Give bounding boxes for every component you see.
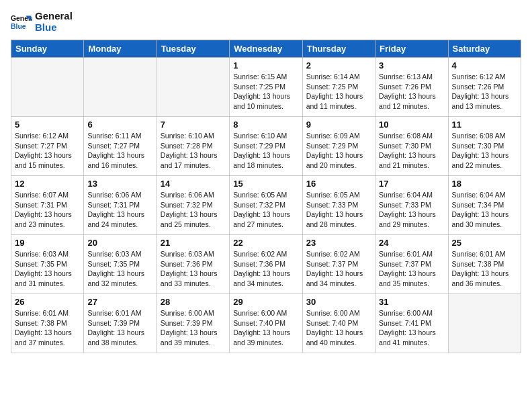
- calendar-cell: [448, 294, 521, 353]
- day-number: 14: [161, 179, 226, 189]
- calendar-cell: 23Sunrise: 6:02 AMSunset: 7:37 PMDayligh…: [302, 235, 375, 294]
- day-info: Sunrise: 6:10 AMSunset: 7:28 PMDaylight:…: [161, 131, 226, 171]
- calendar-cell: 31Sunrise: 6:00 AMSunset: 7:41 PMDayligh…: [375, 294, 448, 353]
- calendar-cell: 3Sunrise: 6:13 AMSunset: 7:26 PMDaylight…: [375, 58, 448, 117]
- calendar-cell: 2Sunrise: 6:14 AMSunset: 7:25 PMDaylight…: [302, 58, 375, 117]
- calendar-cell: 7Sunrise: 6:10 AMSunset: 7:28 PMDaylight…: [157, 117, 229, 176]
- day-number: 27: [87, 297, 152, 307]
- calendar-cell: 15Sunrise: 6:05 AMSunset: 7:32 PMDayligh…: [230, 176, 302, 235]
- day-number: 5: [15, 120, 80, 130]
- day-info: Sunrise: 6:00 AMSunset: 7:40 PMDaylight:…: [306, 308, 371, 348]
- day-number: 4: [452, 60, 517, 71]
- day-number: 2: [306, 60, 371, 71]
- day-info: Sunrise: 6:03 AMSunset: 7:36 PMDaylight:…: [161, 249, 226, 289]
- day-info: Sunrise: 6:07 AMSunset: 7:31 PMDaylight:…: [15, 190, 80, 230]
- day-info: Sunrise: 6:14 AMSunset: 7:25 PMDaylight:…: [306, 72, 371, 111]
- calendar-cell: 19Sunrise: 6:03 AMSunset: 7:35 PMDayligh…: [11, 235, 84, 294]
- day-info: Sunrise: 6:03 AMSunset: 7:35 PMDaylight:…: [15, 249, 80, 289]
- calendar-cell: [11, 58, 84, 117]
- day-info: Sunrise: 6:10 AMSunset: 7:29 PMDaylight:…: [233, 131, 298, 171]
- day-info: Sunrise: 6:13 AMSunset: 7:26 PMDaylight:…: [379, 72, 444, 111]
- day-number: 3: [379, 60, 444, 71]
- week-row-1: 1Sunrise: 6:15 AMSunset: 7:25 PMDaylight…: [11, 58, 521, 117]
- week-row-4: 19Sunrise: 6:03 AMSunset: 7:35 PMDayligh…: [11, 235, 521, 294]
- weekday-header-monday: Monday: [84, 40, 157, 58]
- day-number: 6: [87, 120, 152, 130]
- calendar-cell: 20Sunrise: 6:03 AMSunset: 7:35 PMDayligh…: [84, 235, 157, 294]
- day-info: Sunrise: 6:12 AMSunset: 7:26 PMDaylight:…: [452, 72, 517, 111]
- day-number: 11: [452, 120, 517, 130]
- day-info: Sunrise: 6:05 AMSunset: 7:32 PMDaylight:…: [233, 190, 298, 230]
- day-info: Sunrise: 6:00 AMSunset: 7:39 PMDaylight:…: [161, 308, 226, 348]
- weekday-header-friday: Friday: [375, 40, 448, 58]
- day-number: 24: [379, 238, 444, 248]
- day-number: 31: [379, 297, 444, 307]
- calendar-cell: 6Sunrise: 6:11 AMSunset: 7:27 PMDaylight…: [84, 117, 157, 176]
- calendar-cell: 18Sunrise: 6:04 AMSunset: 7:34 PMDayligh…: [448, 176, 521, 235]
- day-info: Sunrise: 6:01 AMSunset: 7:38 PMDaylight:…: [15, 308, 80, 348]
- calendar-cell: 26Sunrise: 6:01 AMSunset: 7:38 PMDayligh…: [11, 294, 84, 353]
- day-info: Sunrise: 6:08 AMSunset: 7:30 PMDaylight:…: [379, 131, 444, 171]
- day-info: Sunrise: 6:01 AMSunset: 7:38 PMDaylight:…: [452, 249, 517, 289]
- day-number: 29: [233, 297, 298, 307]
- calendar-cell: [157, 58, 229, 117]
- weekday-header-sunday: Sunday: [11, 40, 84, 58]
- weekday-header-tuesday: Tuesday: [157, 40, 229, 58]
- day-info: Sunrise: 6:02 AMSunset: 7:37 PMDaylight:…: [306, 249, 371, 289]
- calendar-cell: 17Sunrise: 6:04 AMSunset: 7:33 PMDayligh…: [375, 176, 448, 235]
- day-number: 13: [87, 179, 152, 189]
- day-number: 1: [233, 60, 298, 71]
- day-info: Sunrise: 6:04 AMSunset: 7:33 PMDaylight:…: [379, 190, 444, 230]
- calendar-cell: 14Sunrise: 6:06 AMSunset: 7:32 PMDayligh…: [157, 176, 229, 235]
- calendar-cell: 29Sunrise: 6:00 AMSunset: 7:40 PMDayligh…: [230, 294, 302, 353]
- calendar-cell: 30Sunrise: 6:00 AMSunset: 7:40 PMDayligh…: [302, 294, 375, 353]
- svg-text:Blue: Blue: [11, 22, 26, 30]
- day-number: 19: [15, 238, 80, 248]
- day-number: 10: [379, 120, 444, 130]
- calendar-cell: 9Sunrise: 6:09 AMSunset: 7:29 PMDaylight…: [302, 117, 375, 176]
- week-row-5: 26Sunrise: 6:01 AMSunset: 7:38 PMDayligh…: [11, 294, 521, 353]
- day-info: Sunrise: 6:03 AMSunset: 7:35 PMDaylight:…: [87, 249, 152, 289]
- calendar-cell: 24Sunrise: 6:01 AMSunset: 7:37 PMDayligh…: [375, 235, 448, 294]
- day-info: Sunrise: 6:06 AMSunset: 7:32 PMDaylight:…: [161, 190, 226, 230]
- day-number: 16: [306, 179, 371, 189]
- weekday-header-thursday: Thursday: [302, 40, 375, 58]
- calendar-cell: 27Sunrise: 6:01 AMSunset: 7:39 PMDayligh…: [84, 294, 157, 353]
- day-info: Sunrise: 6:12 AMSunset: 7:27 PMDaylight:…: [15, 131, 80, 171]
- week-row-3: 12Sunrise: 6:07 AMSunset: 7:31 PMDayligh…: [11, 176, 521, 235]
- day-info: Sunrise: 6:01 AMSunset: 7:37 PMDaylight:…: [379, 249, 444, 289]
- day-info: Sunrise: 6:00 AMSunset: 7:41 PMDaylight:…: [379, 308, 444, 348]
- calendar-cell: 4Sunrise: 6:12 AMSunset: 7:26 PMDaylight…: [448, 58, 521, 117]
- calendar-cell: [84, 58, 157, 117]
- logo-icon: General Blue: [11, 11, 32, 33]
- day-number: 26: [15, 297, 80, 307]
- calendar-cell: 13Sunrise: 6:06 AMSunset: 7:31 PMDayligh…: [84, 176, 157, 235]
- day-info: Sunrise: 6:11 AMSunset: 7:27 PMDaylight:…: [87, 131, 152, 171]
- calendar-cell: 8Sunrise: 6:10 AMSunset: 7:29 PMDaylight…: [230, 117, 302, 176]
- day-number: 21: [161, 238, 226, 248]
- day-number: 30: [306, 297, 371, 307]
- day-number: 17: [379, 179, 444, 189]
- day-info: Sunrise: 6:01 AMSunset: 7:39 PMDaylight:…: [87, 308, 152, 348]
- calendar-cell: 28Sunrise: 6:00 AMSunset: 7:39 PMDayligh…: [157, 294, 229, 353]
- calendar-table: SundayMondayTuesdayWednesdayThursdayFrid…: [11, 40, 521, 353]
- calendar-cell: 16Sunrise: 6:05 AMSunset: 7:33 PMDayligh…: [302, 176, 375, 235]
- day-info: Sunrise: 6:06 AMSunset: 7:31 PMDaylight:…: [87, 190, 152, 230]
- page-header: General Blue General Blue: [11, 11, 521, 33]
- day-number: 8: [233, 120, 298, 130]
- weekday-header-wednesday: Wednesday: [230, 40, 302, 58]
- logo-blue: Blue: [35, 22, 73, 34]
- calendar-cell: 25Sunrise: 6:01 AMSunset: 7:38 PMDayligh…: [448, 235, 521, 294]
- day-info: Sunrise: 6:08 AMSunset: 7:30 PMDaylight:…: [452, 131, 517, 171]
- day-number: 25: [452, 238, 517, 248]
- day-info: Sunrise: 6:09 AMSunset: 7:29 PMDaylight:…: [306, 131, 371, 171]
- day-number: 18: [452, 179, 517, 189]
- calendar-cell: 12Sunrise: 6:07 AMSunset: 7:31 PMDayligh…: [11, 176, 84, 235]
- calendar-cell: 11Sunrise: 6:08 AMSunset: 7:30 PMDayligh…: [448, 117, 521, 176]
- weekday-header-saturday: Saturday: [448, 40, 521, 58]
- calendar-cell: 21Sunrise: 6:03 AMSunset: 7:36 PMDayligh…: [157, 235, 229, 294]
- weekday-header-row: SundayMondayTuesdayWednesdayThursdayFrid…: [11, 40, 521, 58]
- day-number: 12: [15, 179, 80, 189]
- logo: General Blue General Blue: [11, 11, 73, 33]
- day-info: Sunrise: 6:02 AMSunset: 7:36 PMDaylight:…: [233, 249, 298, 289]
